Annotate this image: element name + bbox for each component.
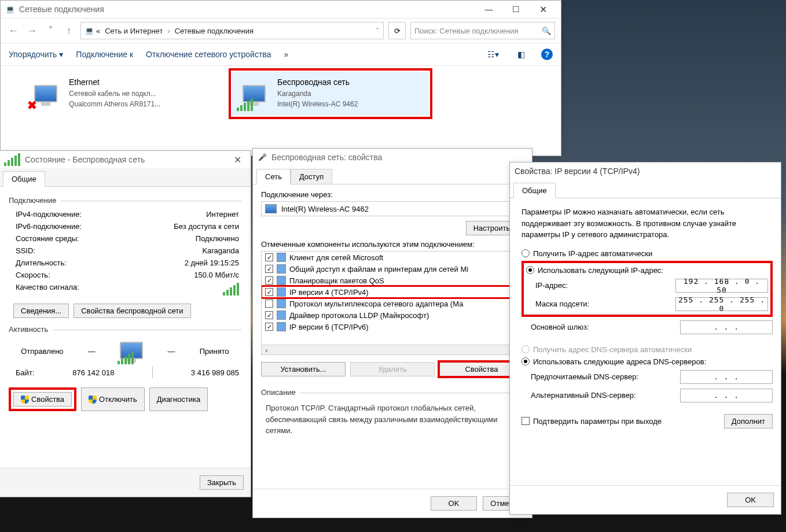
chevron-down-icon[interactable]: ˅ [376,27,380,35]
label: Качество сигнала: [16,283,79,297]
preview-pane-icon[interactable]: ◧ [513,47,528,62]
chevron-down-icon: ▾ [59,50,63,59]
component-row[interactable]: IP версии 4 (TCP/IPv4) [262,286,523,298]
recent-button[interactable]: ˅ [43,24,57,38]
disable-button[interactable]: Отключить [81,387,145,411]
alternate-dns-field[interactable]: . . . [680,389,773,402]
checkbox-icon[interactable] [265,323,273,331]
tab-network[interactable]: Сеть [256,169,291,184]
tabs: Общие [0,168,251,187]
titlebar[interactable]: Свойства: IP версии 4 (TCP/IPv4) [510,162,781,180]
checkbox-icon[interactable] [265,300,273,308]
adapter-selector[interactable]: Intel(R) Wireless-AC 9462 [261,201,524,216]
checkbox-icon[interactable] [265,253,273,261]
more-commands[interactable]: » [284,50,288,59]
refresh-button[interactable]: ⟳ [388,22,406,39]
install-button[interactable]: Установить... [261,362,346,376]
radio-manual-dns[interactable]: Использовать следующие адреса DNS-сервер… [521,356,773,368]
component-row[interactable]: Планировщик пакетов QoS [262,275,523,286]
back-button[interactable]: ← [6,24,20,38]
label: IPv4-подключение: [16,210,82,219]
checkbox-icon[interactable] [265,288,273,296]
component-row[interactable]: IP версии 6 (TCP/IPv6) [262,321,523,332]
titlebar[interactable]: Беспроводная сеть: свойства [253,149,532,166]
breadcrumb-segment[interactable]: « [94,27,102,35]
connection-item-ethernet[interactable]: ✖ Ethernet Сетевой кабель не подкл... Qu… [24,72,221,116]
titlebar[interactable]: Сетевые подключения — ☐ ✕ [1,1,561,18]
ok-button[interactable]: OK [431,496,478,511]
component-icon [277,322,286,331]
view-options-icon[interactable]: ☷▾ [486,47,501,62]
component-row[interactable]: Драйвер протокола LLDP (Майкрософт) [262,309,523,321]
ip-address-field[interactable]: 192 . 168 . 0 . 50 [675,279,768,293]
gateway-field[interactable]: . . . [680,320,773,334]
component-label: IP версии 6 (TCP/IPv6) [289,323,369,331]
tab-general[interactable]: Общие [513,183,556,198]
confirm-on-exit-checkbox[interactable]: Подтвердить параметры при выходе Дополни… [521,414,773,428]
wifi-status-window: Состояние - Беспроводная сеть ✕ Общие По… [0,150,251,497]
component-row[interactable]: Общий доступ к файлам и принтерам для се… [262,263,523,275]
breadcrumb-segment[interactable]: Сеть и Интернет [102,27,165,35]
component-row[interactable]: Протокол мультиплексора сетевого адаптер… [262,298,523,309]
checkbox-icon[interactable] [265,265,273,273]
bytes-label: Байт: [16,368,35,377]
preferred-dns-field[interactable]: . . . [680,370,773,384]
wireless-properties-button[interactable]: Свойства беспроводной сети [74,304,190,318]
highlight-box: Использовать следующий IP-адрес: IP-адре… [521,261,773,317]
label: Альтернативный DNS-сервер: [531,391,636,400]
disconnected-icon: ✖ [27,98,37,112]
connection-name: Ethernet [69,76,160,88]
properties-button[interactable]: Свойства [13,392,72,407]
minimize-button[interactable]: — [476,1,502,17]
checkbox-icon[interactable] [265,276,273,285]
breadcrumb-segment[interactable]: Сетевые подключения [172,27,256,35]
address-box[interactable]: « Сеть и Интернет Сетевые подключения ˅ [80,22,384,39]
radio-label: Использовать следующие адреса DNS-сервер… [533,357,706,366]
tab-access[interactable]: Доступ [291,169,332,184]
close-button[interactable]: Закрыть [200,475,244,490]
horizontal-scrollbar[interactable]: ‹ › [262,345,523,354]
diagnostics-button[interactable]: Диагностика [149,387,208,411]
component-row[interactable]: Клиент для сетей Microsoft [262,252,523,263]
checkbox-icon[interactable] [265,311,273,319]
up-button[interactable] [62,24,76,38]
details-button[interactable]: Сведения... [13,304,69,318]
radio-auto-dns: Получить адрес DNS-сервера автоматически [521,343,773,356]
ipv4-properties-window: Свойства: IP версии 4 (TCP/IPv4) Общие П… [509,162,781,515]
location-icon [85,26,94,35]
help-icon[interactable]: ? [541,49,553,60]
close-button[interactable]: ✕ [530,1,556,17]
label: Скорость: [16,271,50,279]
label: Основной шлюз: [531,323,589,331]
component-label: Клиент для сетей Microsoft [289,253,383,262]
forward-button[interactable]: → [25,24,39,38]
disable-device-button[interactable]: Отключение сетевого устройства [146,50,271,59]
titlebar[interactable]: Состояние - Беспроводная сеть ✕ [0,151,251,168]
scroll-left-icon[interactable]: ‹ [262,345,271,354]
search-placeholder: Поиск: Сетевые подключения [414,27,519,35]
group-label: Подключение [9,196,56,205]
connect-to-button[interactable]: Подключение к [76,50,133,59]
component-icon [277,311,286,320]
remove-button: Удалить [350,362,435,376]
subnet-mask-field[interactable]: 255 . 255 . 255 . 0 [675,297,768,311]
window-title: Беспроводная сеть: свойства [271,153,527,162]
connection-item-wifi[interactable]: Беспроводная сеть Karaganda Intel(R) Wir… [232,72,429,116]
close-button[interactable]: ✕ [229,154,246,165]
search-icon: 🔍 [542,27,551,35]
tab-general[interactable]: Общие [3,171,45,187]
radio-auto-ip[interactable]: Получить IP-адрес автоматически [521,247,773,260]
ok-button[interactable]: OK [727,493,774,507]
advanced-button[interactable]: Дополнит [724,414,773,428]
address-bar: ← → ˅ « Сеть и Интернет Сетевые подключе… [1,18,561,43]
maximize-button[interactable]: ☐ [503,1,529,17]
checkbox-icon [521,417,530,425]
group-label: Активность [9,325,48,334]
radio-manual-ip[interactable]: Использовать следующий IP-адрес: [526,264,768,276]
connection-adapter: Intel(R) Wireless-AC 9462 [277,99,358,109]
search-input[interactable]: Поиск: Сетевые подключения 🔍 [410,22,555,39]
organize-menu[interactable]: Упорядочить ▾ [9,50,63,59]
highlight-box: Свойства [9,387,76,411]
components-list[interactable]: Клиент для сетей MicrosoftОбщий доступ к… [261,251,524,355]
label: SSID: [16,246,35,255]
